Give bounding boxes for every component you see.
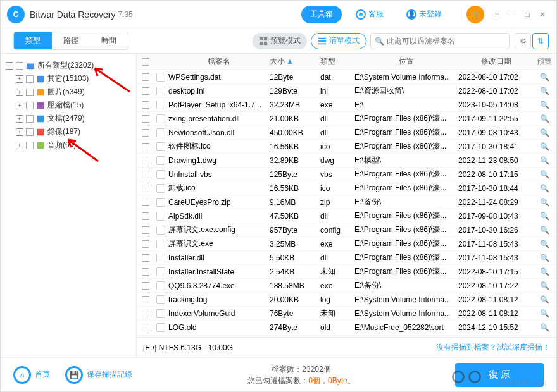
row-checkbox[interactable] — [142, 296, 149, 303]
row-checkbox[interactable] — [142, 171, 149, 178]
expand-icon[interactable]: + — [16, 89, 23, 96]
cart-button[interactable]: 🛒 — [466, 6, 484, 23]
minimize-button[interactable]: — — [504, 7, 520, 22]
preview-button[interactable]: 🔍 — [534, 281, 554, 290]
row-checkbox[interactable] — [142, 101, 149, 109]
tree-item[interactable]: +音頻(69) — [16, 138, 131, 152]
row-checkbox[interactable] — [142, 268, 149, 276]
preview-button[interactable]: 🔍 — [534, 309, 554, 318]
table-row[interactable]: 卸载.ico16.56KBicoE:\Program Files (x86)\濠… — [137, 181, 556, 195]
close-button[interactable]: ✕ — [535, 7, 550, 22]
table-row[interactable]: WPSettings.dat12BytedatE:\System Volume … — [137, 70, 556, 84]
checkbox[interactable] — [26, 89, 34, 96]
select-all-checkbox[interactable] — [142, 58, 149, 66]
recover-button[interactable]: 復 原 — [455, 363, 544, 387]
checkbox[interactable] — [16, 62, 23, 70]
tree-item[interactable]: +錄像(187) — [16, 125, 131, 138]
preview-button[interactable]: 🔍 — [534, 156, 554, 165]
row-checkbox[interactable] — [142, 324, 149, 331]
table-row[interactable]: Installer.InstallState2.54KB未知E:\Program… — [137, 265, 556, 279]
support-button[interactable]: ☻客服 — [347, 6, 392, 23]
table-row[interactable]: AipSdk.dll47.50KBdllE:\Program Files (x8… — [137, 209, 556, 223]
preview-button[interactable]: 🔍 — [534, 142, 554, 151]
row-checkbox[interactable] — [142, 185, 149, 192]
table-row[interactable]: Newtonsoft.Json.dll450.00KBdllE:\Program… — [137, 126, 556, 140]
checkbox[interactable] — [26, 102, 34, 109]
table-row[interactable]: desktop.ini129ByteiniE:\資源回收筒\2022-08-10… — [137, 84, 556, 98]
table-row[interactable]: Drawing1.dwg32.89KBdwgE:\模型\2022-11-23 0… — [137, 154, 556, 168]
checkbox[interactable] — [26, 128, 34, 136]
tab-time[interactable]: 時間 — [90, 32, 128, 49]
header-type[interactable]: 類型 — [320, 56, 354, 67]
table-row[interactable]: 屏幕识文.exe.config957ByteconfigE:\Program F… — [137, 223, 556, 237]
table-row[interactable]: IndexerVolumeGuid76Byte未知E:\System Volum… — [137, 307, 556, 321]
preview-button[interactable]: 🔍 — [534, 295, 554, 304]
deep-scan-link[interactable]: 沒有掃描到檔案？試試深度掃描！ — [436, 342, 550, 353]
list-mode-button[interactable]: 清單模式 — [311, 33, 366, 49]
search-input[interactable] — [387, 37, 505, 46]
preview-button[interactable]: 🔍 — [534, 240, 554, 248]
tab-type[interactable]: 類型 — [14, 32, 52, 49]
tab-path[interactable]: 路徑 — [52, 32, 90, 49]
expand-icon[interactable]: + — [16, 75, 23, 83]
save-scan-button[interactable]: 💾 保存掃描記錄 — [65, 366, 132, 384]
header-date[interactable]: 修改日期 — [458, 56, 534, 67]
preview-button[interactable]: 🔍 — [534, 87, 554, 95]
row-checkbox[interactable] — [142, 226, 149, 234]
table-row[interactable]: QQ9.6.3.28774.exe188.58MBexeE:\备份\2022-0… — [137, 279, 556, 293]
preview-button[interactable]: 🔍 — [534, 73, 554, 82]
row-checkbox[interactable] — [142, 157, 149, 164]
table-row[interactable]: zxing.presentation.dll21.00KBdllE:\Progr… — [137, 112, 556, 126]
login-button[interactable]: 👤未登錄 — [397, 6, 451, 23]
preview-button[interactable]: 🔍 — [534, 170, 554, 179]
table-row[interactable]: tracking.log20.00KBlogE:\System Volume I… — [137, 293, 556, 307]
row-checkbox[interactable] — [142, 143, 149, 150]
preview-button[interactable]: 🔍 — [534, 184, 554, 193]
toolbox-button[interactable]: 工具箱 — [301, 6, 342, 23]
table-row[interactable]: LOG.old274ByteoldE:\MusicFree_052282\sor… — [137, 321, 556, 334]
expand-icon[interactable]: + — [16, 115, 23, 123]
header-size[interactable]: 大小▲ — [270, 56, 320, 67]
home-button[interactable]: ⌂ 首页 — [13, 366, 50, 384]
preview-button[interactable]: 🔍 — [534, 114, 554, 123]
preview-button[interactable]: 🔍 — [534, 323, 554, 332]
settings-button[interactable]: ⚙ — [515, 33, 531, 49]
preview-mode-button[interactable]: 預覽模式 — [253, 33, 307, 49]
table-row[interactable]: 屏幕识文.exe3.25MBexeE:\Program Files (x86)\… — [137, 237, 556, 251]
checkbox[interactable] — [26, 115, 34, 123]
table-row[interactable]: Installer.dll5.50KBdllE:\Program Files (… — [137, 251, 556, 265]
table-row[interactable]: 软件图标.ico16.56KBicoE:\Program Files (x86)… — [137, 140, 556, 154]
tree-item[interactable]: +壓縮檔(15) — [16, 99, 131, 112]
preview-button[interactable]: 🔍 — [534, 254, 554, 262]
expand-icon[interactable]: + — [16, 128, 23, 136]
table-row[interactable]: CareUEyesPro.zip9.16MBzipE:\备份\2022-11-2… — [137, 195, 556, 209]
row-checkbox[interactable] — [142, 282, 149, 290]
collapse-icon[interactable]: − — [6, 62, 13, 70]
filter-button[interactable]: ⇅ — [532, 33, 549, 49]
row-checkbox[interactable] — [142, 199, 149, 206]
row-checkbox[interactable] — [142, 254, 149, 262]
preview-button[interactable]: 🔍 — [534, 226, 554, 235]
preview-button[interactable]: 🔍 — [534, 212, 554, 221]
preview-button[interactable]: 🔍 — [534, 198, 554, 207]
row-checkbox[interactable] — [142, 212, 149, 220]
row-checkbox[interactable] — [142, 87, 149, 95]
expand-icon[interactable]: + — [16, 142, 23, 149]
checkbox[interactable] — [26, 142, 34, 149]
checkbox[interactable] — [26, 75, 34, 83]
tree-root[interactable]: − 所有類型(23202) — [6, 59, 131, 72]
tree-item[interactable]: +圖片(5349) — [16, 85, 131, 99]
header-name[interactable]: 檔案名 — [167, 56, 270, 67]
table-row[interactable]: UnInstall.vbs125BytevbsE:\Program Files … — [137, 168, 556, 181]
preview-button[interactable]: 🔍 — [534, 128, 554, 137]
row-checkbox[interactable] — [142, 310, 149, 317]
expand-icon[interactable]: + — [16, 102, 23, 109]
tree-item[interactable]: +其它(15103) — [16, 72, 131, 85]
table-row[interactable]: PotPlayer_Setup_x64-1.7...32.23MBexeE:\2… — [137, 98, 556, 112]
preview-button[interactable]: 🔍 — [534, 101, 554, 109]
row-checkbox[interactable] — [142, 73, 149, 81]
search-box[interactable]: 🔍 — [370, 33, 510, 49]
maximize-button[interactable]: □ — [520, 7, 535, 22]
tree-item[interactable]: +文檔(2479) — [16, 112, 131, 125]
preview-button[interactable]: 🔍 — [534, 267, 554, 276]
